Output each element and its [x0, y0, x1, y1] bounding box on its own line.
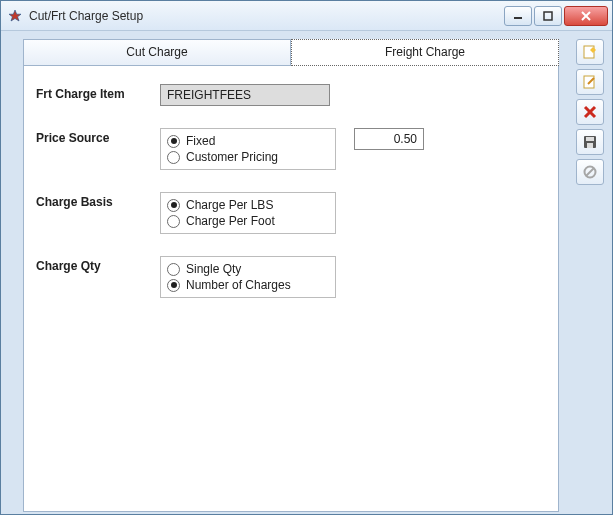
close-button[interactable] [564, 6, 608, 26]
charge-qty-group: Single Qty Number of Charges [160, 256, 336, 298]
label-price-source: Price Source [36, 128, 160, 145]
cancel-button[interactable] [576, 159, 604, 185]
radio-number-of-charges[interactable]: Number of Charges [167, 277, 327, 293]
radio-icon [167, 215, 180, 228]
row-frt-item: Frt Charge Item FREIGHTFEES [36, 84, 546, 106]
save-button[interactable] [576, 129, 604, 155]
row-charge-qty: Charge Qty Single Qty Number of Charges [36, 256, 546, 298]
tab-bar: Cut Charge Freight Charge [23, 39, 559, 66]
titlebar: Cut/Frt Charge Setup [1, 1, 612, 31]
row-charge-basis: Charge Basis Charge Per LBS Charge Per F… [36, 192, 546, 234]
radio-icon [167, 199, 180, 212]
window-title: Cut/Frt Charge Setup [29, 9, 504, 23]
minimize-button[interactable] [504, 6, 532, 26]
app-icon [7, 8, 23, 24]
price-source-group: Fixed Customer Pricing [160, 128, 336, 170]
delete-button[interactable] [576, 99, 604, 125]
radio-icon [167, 135, 180, 148]
radio-label: Charge Per LBS [186, 198, 273, 212]
tab-cut-charge[interactable]: Cut Charge [23, 39, 291, 66]
label-frt-charge-item: Frt Charge Item [36, 84, 160, 101]
radio-label: Customer Pricing [186, 150, 278, 164]
radio-icon [167, 279, 180, 292]
app-window: Cut/Frt Charge Setup Cut Charge Freight … [0, 0, 613, 515]
radio-customer-pricing[interactable]: Customer Pricing [167, 149, 327, 165]
price-value-field[interactable]: 0.50 [354, 128, 424, 150]
svg-marker-0 [9, 10, 21, 21]
radio-label: Fixed [186, 134, 215, 148]
radio-per-lbs[interactable]: Charge Per LBS [167, 197, 327, 213]
svg-line-15 [586, 168, 594, 176]
window-buttons [504, 6, 608, 26]
radio-icon [167, 263, 180, 276]
maximize-button[interactable] [534, 6, 562, 26]
svg-rect-2 [544, 12, 552, 20]
frt-charge-item-field[interactable]: FREIGHTFEES [160, 84, 330, 106]
radio-label: Charge Per Foot [186, 214, 275, 228]
radio-single-qty[interactable]: Single Qty [167, 261, 327, 277]
new-button[interactable] [576, 39, 604, 65]
svg-rect-13 [587, 143, 593, 148]
edit-button[interactable] [576, 69, 604, 95]
svg-rect-12 [586, 137, 594, 141]
radio-per-foot[interactable]: Charge Per Foot [167, 213, 327, 229]
radio-icon [167, 151, 180, 164]
tab-body-freight: Frt Charge Item FREIGHTFEES Price Source… [23, 66, 559, 512]
tab-freight-charge[interactable]: Freight Charge [291, 39, 559, 66]
action-sidebar [576, 39, 606, 185]
label-charge-basis: Charge Basis [36, 192, 160, 209]
radio-fixed[interactable]: Fixed [167, 133, 327, 149]
client-area: Cut Charge Freight Charge Frt Charge Ite… [1, 31, 612, 514]
radio-label: Number of Charges [186, 278, 291, 292]
row-price-source: Price Source Fixed Customer Pricing 0.50 [36, 128, 546, 170]
charge-basis-group: Charge Per LBS Charge Per Foot [160, 192, 336, 234]
radio-label: Single Qty [186, 262, 241, 276]
label-charge-qty: Charge Qty [36, 256, 160, 273]
